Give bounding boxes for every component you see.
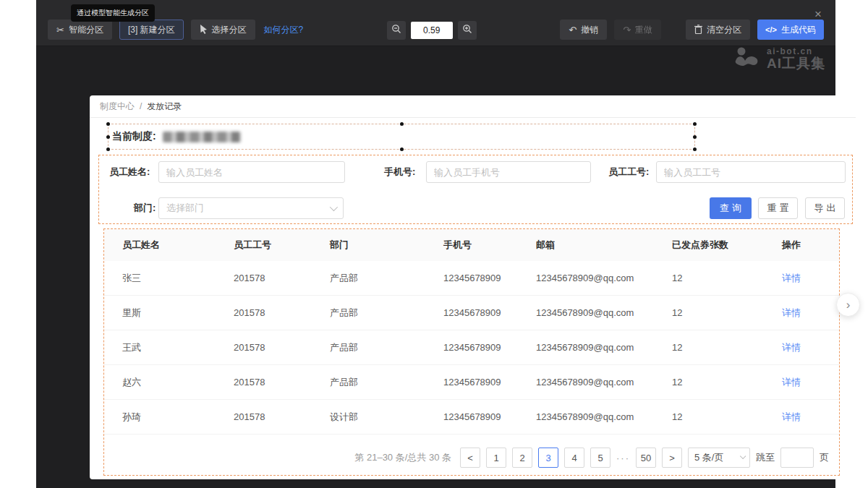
col-header-email: 邮箱 <box>536 239 672 252</box>
search-button[interactable]: 查询 <box>710 197 752 219</box>
selection-handle[interactable] <box>400 122 404 126</box>
how-to-partition-link[interactable]: 如何分区? <box>264 24 304 36</box>
jump-page-input[interactable] <box>780 448 814 468</box>
detail-link[interactable]: 详情 <box>782 411 839 424</box>
cell-phone: 12345678909 <box>443 411 536 422</box>
breadcrumb-item-current: 发放记录 <box>147 100 182 113</box>
page-button-4[interactable]: 4 <box>564 448 584 468</box>
selection-handle[interactable] <box>693 135 697 139</box>
employee-id-input[interactable] <box>656 161 846 183</box>
toolbar: ✂ 智能分区 [3] 新建分区 选择分区 如何分区? <box>36 0 835 46</box>
clear-partition-label: 清空分区 <box>707 24 741 36</box>
cell-name: 王武 <box>122 341 234 354</box>
selection-handle[interactable] <box>693 122 697 126</box>
page-button-5[interactable]: 5 <box>590 448 610 468</box>
selection-handle[interactable] <box>693 147 697 151</box>
magnifier-plus-icon <box>462 24 472 37</box>
magnifier-minus-icon <box>391 24 401 37</box>
cell-count: 12 <box>672 377 782 388</box>
cell-name: 张三 <box>122 272 234 285</box>
cell-phone: 12345678909 <box>443 342 536 353</box>
table-row: 里斯 201578 产品部 12345678909 12345678909@qq… <box>104 296 839 330</box>
cell-count: 12 <box>672 411 782 422</box>
dept-select[interactable]: 选择部门 <box>158 197 344 219</box>
breadcrumb-separator: / <box>140 101 142 111</box>
pagination-summary: 第 21–30 条/总共 30 条 <box>354 451 451 464</box>
selection-handle[interactable] <box>400 147 404 151</box>
selected-partition-region[interactable]: 当前制度: <box>108 124 695 150</box>
prev-page-button[interactable]: < <box>460 448 480 468</box>
cell-email: 12345678909@qq.com <box>536 342 672 353</box>
selection-handle[interactable] <box>106 135 110 139</box>
cell-email: 12345678909@qq.com <box>536 273 672 283</box>
next-page-button[interactable]: > <box>662 448 682 468</box>
smart-partition-label: 智能分区 <box>69 24 103 36</box>
phone-label: 手机号: <box>384 161 415 183</box>
table-row: 王武 201578 产品部 12345678909 12345678909@qq… <box>104 330 839 365</box>
table-header-row: 员工姓名 员工工号 部门 手机号 邮箱 已发点券张数 操作 <box>104 229 839 261</box>
undo-button[interactable]: ↶ 撤销 <box>560 20 607 40</box>
dept-select-value: 选择部门 <box>166 202 204 215</box>
cell-id: 201578 <box>234 377 330 388</box>
close-icon[interactable]: × <box>811 7 825 22</box>
redacted-policy-name <box>163 132 241 142</box>
generate-code-button[interactable]: </> 生成代码 <box>757 20 824 40</box>
toolbar-right-group: ↶ 撤销 ↷ 重做 清空分区 </> 生成代码 <box>560 20 824 40</box>
next-region-fab-button[interactable]: › <box>836 293 860 317</box>
select-partition-label: 选择分区 <box>212 24 247 36</box>
zoom-out-button[interactable] <box>387 21 406 40</box>
table-row: 张三 201578 产品部 12345678909 12345678909@qq… <box>104 261 839 296</box>
cell-email: 12345678909@qq.com <box>536 377 672 388</box>
smart-partition-button[interactable]: ✂ 智能分区 <box>48 20 112 40</box>
name-input[interactable] <box>158 161 345 183</box>
selection-handle[interactable] <box>106 122 110 126</box>
pagination-ellipsis: ··· <box>616 453 630 463</box>
breadcrumb-item-root[interactable]: 制度中心 <box>100 100 135 113</box>
employee-id-label: 员工工号: <box>608 161 649 183</box>
cell-id: 201578 <box>234 411 330 422</box>
cell-name: 赵六 <box>122 376 234 389</box>
table-row: 赵六 201578 产品部 12345678909 12345678909@qq… <box>104 365 839 400</box>
col-header-name: 员工姓名 <box>122 239 234 252</box>
detail-link[interactable]: 详情 <box>782 341 839 354</box>
pagination: 第 21–30 条/总共 30 条 < 1 2 3 4 5 ··· 50 > 5… <box>104 443 839 472</box>
chevron-left-icon: < <box>467 453 473 463</box>
code-icon: </> <box>765 26 777 34</box>
cell-count: 12 <box>672 307 782 318</box>
table-row: 孙琦 201578 设计部 12345678909 12345678909@qq… <box>104 400 839 435</box>
undo-icon: ↶ <box>569 25 576 35</box>
detail-link[interactable]: 详情 <box>782 376 839 389</box>
cell-name: 里斯 <box>122 307 234 320</box>
detail-link[interactable]: 详情 <box>782 272 839 285</box>
page-button-last[interactable]: 50 <box>636 448 656 468</box>
zoom-in-button[interactable] <box>458 21 477 40</box>
scissors-icon: ✂ <box>56 25 64 35</box>
redo-button: ↷ 重做 <box>614 20 661 40</box>
current-policy-label: 当前制度: <box>112 130 156 143</box>
export-button[interactable]: 导出 <box>805 197 845 219</box>
col-header-phone: 手机号 <box>443 239 536 252</box>
page-button-3-active[interactable]: 3 <box>538 448 558 468</box>
redo-label: 重做 <box>635 24 652 36</box>
reset-button[interactable]: 重置 <box>758 197 798 219</box>
page-button-2[interactable]: 2 <box>512 448 532 468</box>
phone-input[interactable] <box>426 161 591 183</box>
cell-id: 201578 <box>234 273 330 283</box>
cursor-icon <box>200 25 208 35</box>
jump-suffix-label: 页 <box>820 451 829 464</box>
search-form-partition: 员工姓名: 手机号: 员工工号: 部门: 选择部门 查询 重置 导出 <box>98 155 853 224</box>
page-size-select[interactable]: 5 条/页 <box>688 448 750 468</box>
select-partition-button[interactable]: 选择分区 <box>191 20 255 40</box>
new-partition-button[interactable]: [3] 新建分区 <box>119 20 184 40</box>
cell-id: 201578 <box>234 342 330 353</box>
zoom-value-input[interactable] <box>411 22 453 39</box>
page-button-1[interactable]: 1 <box>486 448 506 468</box>
undo-label: 撤销 <box>581 24 598 36</box>
new-partition-label: [3] 新建分区 <box>128 24 175 36</box>
clear-partition-button[interactable]: 清空分区 <box>686 20 750 40</box>
paw-logo-icon <box>733 46 760 72</box>
generate-code-label: 生成代码 <box>781 24 816 36</box>
col-header-dept: 部门 <box>330 239 443 252</box>
detail-link[interactable]: 详情 <box>782 307 839 320</box>
selection-handle[interactable] <box>106 147 110 151</box>
